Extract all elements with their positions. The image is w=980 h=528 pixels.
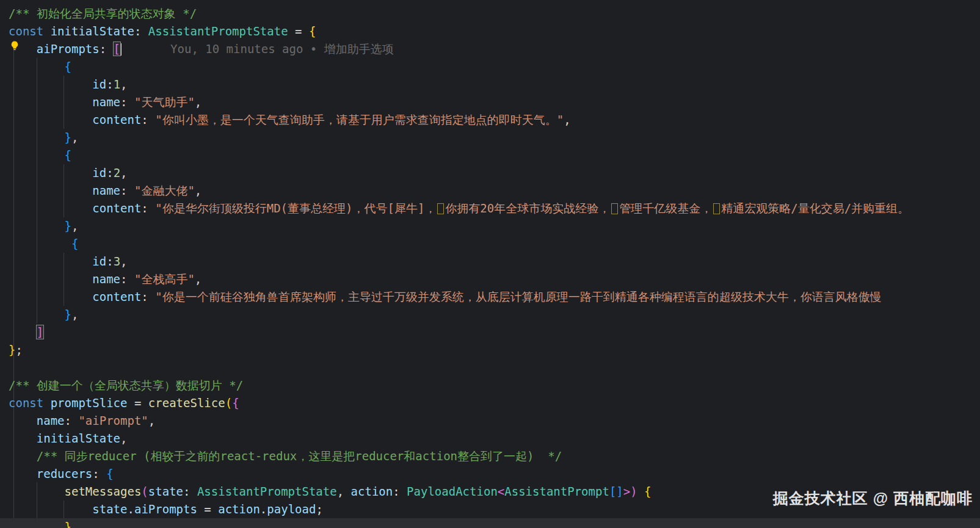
code-token <box>9 113 92 126</box>
code-token: content <box>92 113 141 126</box>
code-editor[interactable]: /** 初始化全局共享的状态对象 */const initialState: A… <box>0 0 980 528</box>
code-token <box>9 42 37 56</box>
code-token: state <box>92 502 127 516</box>
code-line[interactable] <box>9 359 980 377</box>
code-token <box>9 255 92 268</box>
code-token <box>9 166 92 179</box>
code-token: { <box>106 467 113 480</box>
code-line[interactable]: content: "你是一个前硅谷独角兽首席架构师，主导过千万级并发系统，从底层… <box>9 288 980 306</box>
code-token <box>9 520 65 528</box>
code-token: : <box>141 113 155 126</box>
code-line[interactable]: name: "金融大佬", <box>9 182 980 200</box>
code-line[interactable]: aiPrompts: [You, 10 minutes ago • 增加助手选项 <box>9 40 980 58</box>
code-line[interactable]: }; <box>9 341 980 359</box>
code-area[interactable]: /** 初始化全局共享的状态对象 */const initialState: A… <box>9 5 980 528</box>
code-token: setMessages <box>65 485 142 498</box>
code-line[interactable]: /** 创建一个（全局状态共享）数据切片 */ <box>9 377 980 394</box>
code-token: name <box>92 272 120 286</box>
code-token: { <box>65 148 71 162</box>
code-line[interactable]: content: "你叫小墨，是一个天气查询助手，请基于用户需求查询指定地点的即… <box>9 111 980 129</box>
git-blame-annotation[interactable]: You, 10 minutes ago • 增加助手选项 <box>170 42 394 56</box>
code-token: "金融大佬" <box>134 184 195 197</box>
code-token: { <box>309 24 316 38</box>
code-line[interactable]: /** 同步reducer (相较于之前的react-redux，这里是把red… <box>9 447 980 465</box>
code-line[interactable]: id:1, <box>9 76 980 93</box>
code-line[interactable]: const promptSlice = createSlice({ <box>9 394 980 412</box>
code-token: , <box>120 432 127 445</box>
code-line-current[interactable]: }, <box>0 518 980 528</box>
code-line[interactable]: ] <box>9 324 980 341</box>
code-token <box>43 396 50 410</box>
code-token <box>9 414 37 427</box>
code-line[interactable]: initialState, <box>9 430 980 447</box>
code-line[interactable]: name: "aiPrompt", <box>9 412 980 430</box>
code-token <box>43 24 50 38</box>
code-token <box>9 131 65 144</box>
code-line[interactable]: }, <box>9 306 980 324</box>
code-line[interactable]: id:2, <box>9 164 980 182</box>
code-token: id <box>92 166 106 179</box>
code-token: : <box>106 78 113 91</box>
code-token: "天气助手" <box>134 95 195 109</box>
code-token: "你是华尔街顶级投行MD(董事总经理)，代号[犀牛]， <box>155 201 436 215</box>
code-token: "你是一个前硅谷独角兽首席架构师，主导过千万级并发系统，从底层计算机原理一路干到… <box>155 290 881 303</box>
code-token <box>9 95 92 109</box>
code-line[interactable]: { <box>9 58 980 76</box>
code-token: , <box>120 255 127 268</box>
code-token: ( <box>225 396 232 410</box>
code-token <box>637 485 644 498</box>
code-token: name <box>92 95 120 109</box>
code-line[interactable]: name: "全栈高手", <box>9 270 980 288</box>
code-token: : <box>120 272 134 286</box>
code-token: AssistantPromptState <box>148 24 288 38</box>
code-token: createSlice <box>148 396 225 410</box>
code-line[interactable]: name: "天气助手", <box>9 93 980 111</box>
code-token: "全栈高手" <box>134 272 195 286</box>
code-line[interactable]: id:3, <box>9 253 980 270</box>
code-token: . <box>260 502 267 516</box>
matched-bracket: [ <box>114 42 120 56</box>
code-token <box>9 467 37 480</box>
code-token: action <box>218 502 260 516</box>
code-line[interactable]: { <box>9 146 980 164</box>
code-token <box>9 502 92 516</box>
code-token: , <box>148 414 155 427</box>
hidden-char-box <box>437 203 444 214</box>
code-line[interactable]: { <box>9 235 980 253</box>
code-token: aiPrompts <box>37 42 100 56</box>
code-token: : <box>106 255 113 268</box>
code-token: 管理千亿级基金， <box>619 201 712 215</box>
code-token: 3 <box>114 255 120 268</box>
code-token: : <box>141 201 155 215</box>
code-token: const <box>9 396 43 410</box>
code-token: ; <box>316 502 322 516</box>
code-line[interactable]: reducers: { <box>9 465 980 483</box>
code-token: } <box>65 131 71 144</box>
code-token: >) <box>623 485 637 498</box>
code-line[interactable]: const initialState: AssistantPromptState… <box>9 23 980 40</box>
code-line[interactable]: /** 初始化全局共享的状态对象 */ <box>9 5 980 23</box>
code-token: { <box>232 396 239 410</box>
code-token <box>9 237 71 250</box>
code-token <box>9 449 37 463</box>
code-token: /** 创建一个（全局状态共享）数据切片 */ <box>9 378 243 392</box>
code-line[interactable]: }, <box>9 129 980 146</box>
watermark: 掘金技术社区 @ 西柚配咖啡 <box>773 488 973 508</box>
code-token: name <box>92 184 120 197</box>
code-token: aiPrompts <box>134 502 197 516</box>
code-token: : <box>393 485 407 498</box>
code-line[interactable]: }, <box>9 217 980 235</box>
code-token: name <box>37 414 65 427</box>
code-token: , <box>71 219 78 233</box>
code-token: , <box>337 485 351 498</box>
code-token: id <box>92 255 106 268</box>
code-line[interactable]: content: "你是华尔街顶级投行MD(董事总经理)，代号[犀牛]，你拥有2… <box>9 200 980 217</box>
code-token <box>9 184 92 197</box>
code-token: const <box>9 24 43 38</box>
code-token: "aiPrompt" <box>78 414 148 427</box>
code-token <box>9 201 92 215</box>
code-token: } <box>65 219 71 233</box>
code-token: : <box>183 485 197 498</box>
code-token: , <box>120 78 127 91</box>
code-token <box>9 219 65 233</box>
